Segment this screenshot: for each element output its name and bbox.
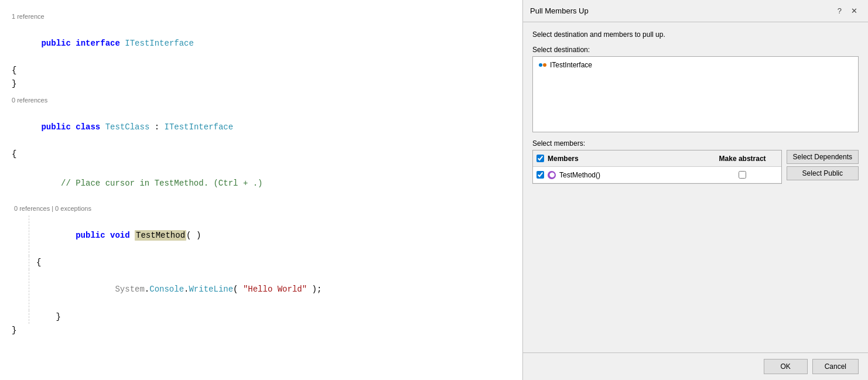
dialog-controls: ? ✕ <box>834 5 861 16</box>
method-brace-gutter <box>12 256 29 269</box>
members-table: Members Make abstract ⬤ TestMethod() <box>532 150 782 184</box>
method-declaration: public void TestMethod( ) <box>36 215 201 256</box>
members-col-label: Members <box>548 155 579 163</box>
dest-icon <box>539 63 546 67</box>
members-right-buttons: Select Dependents Select Public <box>787 150 859 344</box>
members-header-col1: Members <box>536 155 708 163</box>
dialog-footer: OK Cancel <box>523 352 868 380</box>
members-label: Select members: <box>532 139 859 148</box>
cancel-button[interactable]: Cancel <box>812 359 859 374</box>
destination-name: ITestInterface <box>550 61 592 69</box>
method-name-highlight: TestMethod <box>135 230 186 241</box>
members-header-checkbox[interactable] <box>536 155 544 162</box>
destination-item[interactable]: ITestInterface <box>536 59 855 71</box>
method-icon: ⬤ <box>548 171 556 179</box>
member-col1: ⬤ TestMethod() <box>536 171 708 179</box>
destination-section: Select destination: ITestInterface <box>532 46 859 132</box>
member-abstract-checkbox-col <box>708 171 778 179</box>
dot-blue-icon <box>539 63 542 67</box>
members-section: Select members: Members Make abstract <box>532 139 859 344</box>
members-header: Members Make abstract <box>533 150 781 167</box>
member-abstract-checkbox[interactable] <box>739 171 746 179</box>
ok-button[interactable]: OK <box>764 359 808 374</box>
members-table-wrapper: Members Make abstract ⬤ TestMethod() <box>532 150 782 344</box>
help-button[interactable]: ? <box>834 5 845 16</box>
member-name: TestMethod() <box>559 171 600 179</box>
dialog-titlebar: Pull Members Up ? ✕ <box>523 0 868 22</box>
close-button[interactable]: ✕ <box>848 5 861 16</box>
dialog-instruction: Select destination and members to pull u… <box>532 30 859 39</box>
dialog-content: Select destination and members to pull u… <box>523 22 868 352</box>
select-dependents-button[interactable]: Select Dependents <box>787 150 859 164</box>
members-flex: Members Make abstract ⬤ TestMethod() <box>532 150 859 344</box>
method-gutter <box>12 215 29 256</box>
member-checkbox[interactable] <box>536 171 544 179</box>
pull-members-dialog: Pull Members Up ? ✕ Select destination a… <box>522 0 868 380</box>
method-body-gutter <box>12 269 29 310</box>
dot-orange-icon <box>543 63 546 67</box>
members-abstract-label: Make abstract <box>708 155 778 163</box>
table-row: ⬤ TestMethod() <box>533 167 781 183</box>
select-public-button[interactable]: Select Public <box>787 166 859 180</box>
destination-box[interactable]: ITestInterface <box>532 56 859 132</box>
dialog-title: Pull Members Up <box>530 6 589 15</box>
destination-label: Select destination: <box>532 46 859 54</box>
method-close-gutter <box>12 310 29 324</box>
